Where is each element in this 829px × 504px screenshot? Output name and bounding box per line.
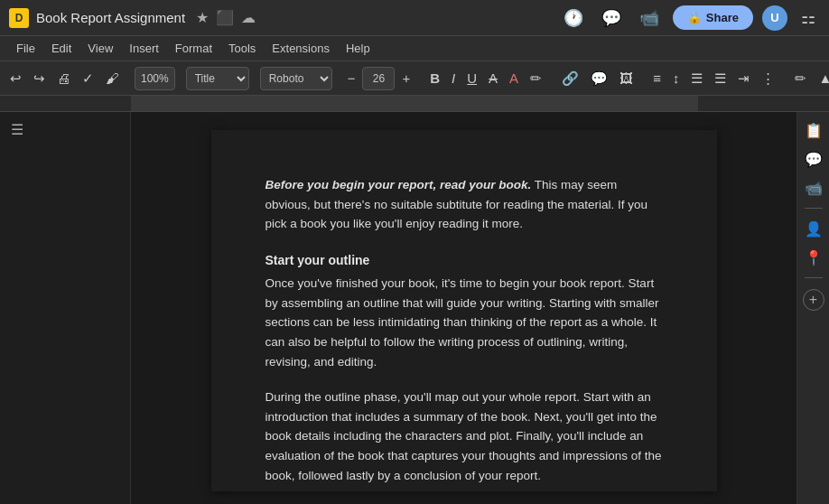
video-button[interactable]: 📹: [635, 5, 664, 31]
spellcheck-button[interactable]: ✓: [78, 68, 98, 89]
paragraph-2: Start your outline Once you've finished …: [265, 250, 663, 371]
list-button[interactable]: ☰: [710, 68, 731, 89]
menu-extensions[interactable]: Extensions: [265, 39, 337, 58]
font-size-minus-button[interactable]: −: [343, 68, 360, 89]
paint-format-button[interactable]: 🖌: [101, 68, 124, 89]
cloud-icon[interactable]: ☁: [241, 9, 256, 26]
link-button[interactable]: 🔗: [557, 68, 583, 89]
image-button[interactable]: 🖼: [615, 68, 638, 89]
right-divider-2: [805, 277, 823, 278]
comment-sidebar-icon[interactable]: 💬: [801, 146, 826, 172]
apps-icon[interactable]: ⚏: [796, 5, 820, 31]
zoom-selector[interactable]: 100%: [135, 67, 175, 90]
avatar[interactable]: U: [762, 5, 787, 31]
font-selector[interactable]: Roboto Arial Times New Roman: [260, 67, 332, 90]
heading-2: Start your outline: [265, 250, 663, 270]
font-color-button[interactable]: A: [505, 68, 523, 89]
video-sidebar-icon[interactable]: 📹: [801, 175, 826, 201]
print-button[interactable]: 🖨: [52, 68, 75, 89]
title-bar: D Book Report Assignment ★ ⬛ ☁ 🕐 💬 📹 🔒 S…: [0, 0, 829, 36]
font-size-input[interactable]: [362, 67, 395, 90]
menu-insert[interactable]: Insert: [122, 39, 166, 58]
title-right: 🕐 💬 📹 🔒 Share U ⚏: [559, 5, 820, 31]
checklist-button[interactable]: ☰: [686, 68, 707, 89]
document-page: Before you begin your report, read your …: [211, 130, 717, 491]
undo-button[interactable]: ↩: [5, 68, 26, 89]
font-size-plus-button[interactable]: +: [397, 68, 414, 89]
sidebar-toggle-button[interactable]: ☰: [11, 121, 23, 138]
paragraph-3: During the outline phase, you'll map out…: [265, 387, 663, 485]
ruler-inner: [131, 96, 698, 111]
strikethrough-button[interactable]: A: [484, 68, 502, 89]
right-panel: 📋 💬 📹 👤 📍 +: [796, 112, 829, 504]
share-lock-icon: 🔒: [687, 11, 702, 24]
left-panel: ☰: [0, 112, 131, 504]
italic-button[interactable]: I: [447, 68, 460, 89]
paragraph-1: Before you begin your report, read your …: [265, 175, 663, 234]
person-icon[interactable]: 👤: [801, 216, 826, 241]
redo-button[interactable]: ↪: [29, 68, 50, 89]
chat-button[interactable]: 💬: [597, 5, 626, 31]
menu-file[interactable]: File: [9, 39, 42, 58]
toolbar: ↩ ↪ 🖨 ✓ 🖌 100% Title Normal Heading 1 Ro…: [0, 61, 829, 96]
menu-view[interactable]: View: [80, 39, 120, 58]
para1-bold-italic: Before you begin your report, read your …: [265, 178, 532, 191]
para2-text: Once you've finished your book, it's tim…: [265, 276, 659, 368]
menu-format[interactable]: Format: [168, 39, 219, 58]
indent-button[interactable]: ⇥: [733, 68, 754, 89]
draw-button[interactable]: ✏: [790, 68, 811, 89]
doc-title: Book Report Assignment: [36, 10, 185, 25]
right-divider: [805, 208, 823, 209]
add-plugin-button[interactable]: +: [803, 289, 824, 311]
drive-icon[interactable]: ⬛: [216, 9, 234, 26]
linespace-button[interactable]: ↕: [668, 68, 685, 89]
voice-button[interactable]: ▲: [814, 68, 829, 89]
clear-format-button[interactable]: ⋮: [757, 68, 779, 89]
menu-help[interactable]: Help: [339, 39, 377, 58]
clipboard-icon[interactable]: 📋: [801, 117, 826, 143]
title-icons: ★ ⬛ ☁: [196, 9, 256, 26]
app-icon: D: [9, 8, 29, 28]
menu-edit[interactable]: Edit: [44, 39, 79, 58]
document-area[interactable]: Before you begin your report, read your …: [131, 112, 796, 504]
comment-button[interactable]: 💬: [586, 68, 612, 89]
bold-button[interactable]: B: [425, 68, 444, 89]
highlight-button[interactable]: ✏: [526, 68, 546, 89]
align-button[interactable]: ≡: [648, 68, 666, 89]
share-button[interactable]: 🔒 Share: [673, 5, 753, 30]
history-button[interactable]: 🕐: [559, 5, 588, 31]
menu-bar: File Edit View Insert Format Tools Exten…: [0, 36, 829, 61]
share-label: Share: [706, 11, 739, 24]
underline-button[interactable]: U: [462, 68, 481, 89]
menu-tools[interactable]: Tools: [221, 39, 263, 58]
ruler: [0, 96, 829, 112]
star-icon[interactable]: ★: [196, 9, 209, 26]
maps-icon[interactable]: 📍: [801, 245, 826, 270]
main-area: ☰ Before you begin your report, read you…: [0, 112, 829, 504]
style-selector[interactable]: Title Normal Heading 1: [186, 67, 249, 90]
